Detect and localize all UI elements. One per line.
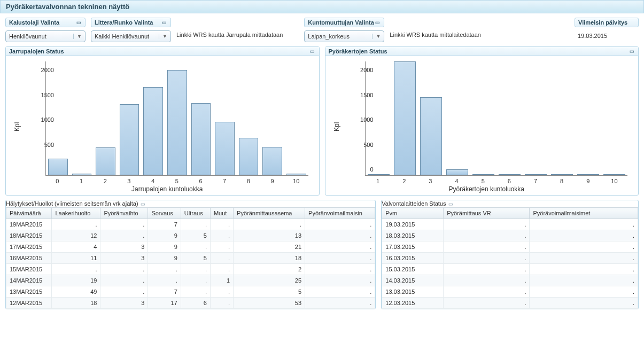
table-cell: 25 (234, 275, 305, 286)
table-cell: . (530, 264, 638, 275)
bar (472, 174, 494, 175)
x-axis-label: Pyöräkertojen kuntoluokka (340, 185, 633, 193)
table-cell: 5 (181, 253, 210, 264)
column-header[interactable]: Pyöränvaihto (100, 208, 148, 219)
table-cell: . (148, 275, 181, 286)
x-axis-label: Jarrupalojen kuntoluokka (21, 185, 314, 193)
column-header[interactable]: Sorvaus (148, 208, 181, 219)
table-cell: . (444, 264, 530, 275)
collapse-icon[interactable]: ▭ (161, 19, 167, 26)
bar (394, 61, 416, 175)
table-cell: 14MAR2015 (6, 275, 52, 286)
table-cell: . (305, 219, 375, 230)
collapse-icon[interactable]: ▭ (629, 48, 635, 54)
collapse-icon[interactable]: ▭ (309, 48, 316, 54)
table-cell: . (530, 241, 638, 253)
alerts-table: PäivämääräLaakerihuoltoPyöränvaihtoSorva… (6, 207, 375, 309)
collapse-icon[interactable]: ▭ (75, 19, 82, 26)
table-cell: 16.03.2015 (382, 253, 444, 264)
column-header[interactable]: Pvm (382, 208, 444, 219)
table-cell: . (305, 275, 375, 286)
table-row: 13MAR201549.7..5. (6, 286, 375, 298)
y-axis-label: Kpl (331, 61, 340, 192)
y-axis-label: Kpl (11, 61, 21, 192)
x-axis: 12345678910 (365, 178, 628, 184)
table-cell: . (305, 253, 375, 264)
table-cell: . (52, 264, 100, 275)
kuntomuuttuja-select[interactable]: Laipan_korkeus ▼ (304, 30, 384, 42)
pyorakertojen-chart-panel: Pyöräkertojen Status▭Kpl2000150010005000… (325, 46, 639, 196)
table-cell: . (444, 230, 530, 241)
table-cell: 15.03.2015 (382, 264, 444, 275)
column-header[interactable]: Ultraus (181, 208, 210, 219)
table-cell: 4 (52, 241, 100, 253)
status-table: PvmPyörämittaus VRPyörävoimailmaisimet19… (382, 207, 638, 309)
table-row: 13.03.2015.. (382, 286, 638, 298)
table-row: 12.03.2015.. (382, 298, 638, 309)
column-header[interactable]: Päivämäärä (6, 208, 52, 219)
table-cell: 11 (52, 253, 100, 264)
chart-title: Jarrupalojen Status (9, 48, 64, 54)
column-header[interactable]: Laakerihuolto (52, 208, 100, 219)
table-cell: . (305, 264, 375, 275)
bar (368, 174, 390, 175)
bar (525, 174, 547, 175)
collapse-icon[interactable]: ▭ (448, 201, 454, 207)
table-cell: . (210, 286, 233, 298)
table-cell: . (210, 253, 233, 264)
table-cell: 9 (148, 253, 181, 264)
kalustolaji-select[interactable]: Henkilövaunut ▼ (5, 30, 86, 42)
table-cell: 19 (52, 275, 100, 286)
table-row: 18MAR201512.95.13. (6, 230, 375, 241)
littera-select[interactable]: Kaikki Henkilövaunut ▼ (91, 30, 171, 42)
bar (499, 174, 521, 175)
bar (48, 159, 68, 175)
table-row: 17MAR2015439..21. (6, 241, 375, 253)
table-cell: 5 (181, 230, 210, 241)
kuntomuuttuja-value: Laipan_korkeus (308, 33, 350, 40)
bar (96, 147, 115, 175)
column-header[interactable]: Pyöränvoimailmaisin (305, 208, 375, 219)
table-cell: 5 (234, 286, 305, 298)
kalustolaji-label: Kalustolaji Valinta ▭ (5, 18, 86, 27)
bar (167, 70, 187, 175)
chevron-down-icon: ▼ (159, 34, 167, 39)
bar (215, 122, 235, 175)
table-cell: 13MAR2015 (6, 286, 52, 298)
link-jarrupala[interactable]: Linkki WRS kautta Jarrupala mittadataan (176, 22, 283, 38)
chart-title: Pyöräkertojen Status (329, 48, 387, 54)
column-header[interactable]: Pyörävoimailmaisimet (530, 208, 638, 219)
table-cell: 12 (52, 230, 100, 241)
collapse-icon[interactable]: ▭ (140, 201, 146, 207)
bar (446, 169, 468, 175)
plot-area (45, 61, 308, 176)
table-cell: 49 (52, 286, 100, 298)
table-cell: . (530, 298, 638, 309)
bar (191, 103, 211, 175)
table-cell: . (234, 219, 305, 230)
table-cell: . (305, 298, 375, 309)
alerts-table-panel: Hälytykset/Huollot (viimeisten seitsemän… (5, 200, 376, 309)
table-cell: . (530, 253, 638, 264)
link-mittalaite[interactable]: Linkki WRS kautta mittalaitedataan (390, 22, 481, 38)
table-cell: 3 (100, 241, 148, 253)
column-header[interactable]: Pyörämittaus VR (444, 208, 530, 219)
table-cell: 15MAR2015 (6, 264, 52, 275)
controls-row: Kalustolaji Valinta ▭ Henkilövaunut ▼ Li… (0, 13, 644, 46)
bar (577, 174, 599, 175)
table-row: 16MAR201511395.18. (6, 253, 375, 264)
table-cell: . (181, 219, 210, 230)
table-cell: . (100, 219, 148, 230)
table-row: 17.03.2015.. (382, 241, 638, 253)
column-header[interactable]: Muut (210, 208, 233, 219)
table-cell: . (530, 275, 638, 286)
table-cell: . (181, 275, 210, 286)
collapse-icon[interactable]: ▭ (374, 19, 381, 26)
column-header[interactable]: Pyöränmittausasema (234, 208, 305, 219)
bar (551, 174, 573, 175)
table-cell: . (100, 286, 148, 298)
page-title: Pyöräkertavalvonnan tekninen näyttö (0, 0, 644, 13)
table-cell: 18MAR2015 (6, 230, 52, 241)
alerts-table-title: Hälytykset/Huollot (viimeisten seitsemän… (6, 200, 138, 207)
table-row: 12MAR2015183176.53. (6, 298, 375, 309)
